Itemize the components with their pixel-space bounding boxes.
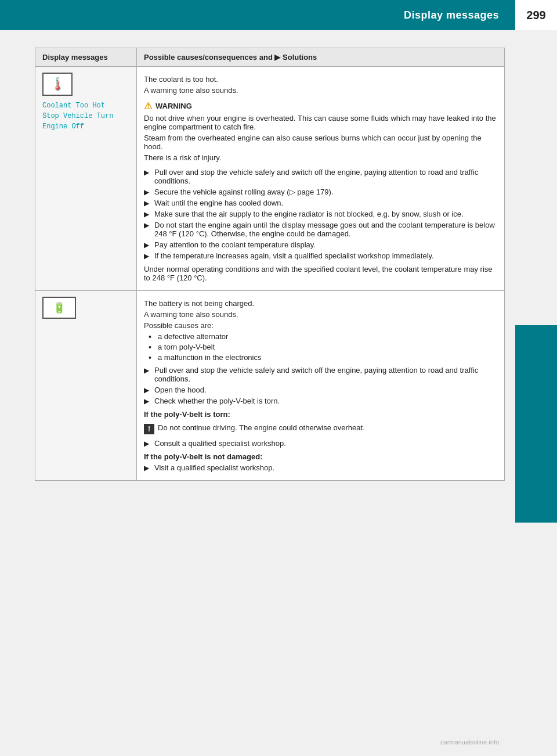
messages-table: Display messages Possible causes/consequ… bbox=[35, 48, 505, 481]
coolant-icon-box: 🌡️ bbox=[42, 73, 73, 96]
arrow-icon: ▶ bbox=[144, 397, 152, 405]
arrow-item: ▶ Open the hood. bbox=[144, 386, 497, 394]
warning-label: WARNING bbox=[155, 102, 192, 110]
arrow-text: Make sure that the air supply to the eng… bbox=[154, 210, 497, 218]
arrow-item: ▶ Check whether the poly-V-belt is torn. bbox=[144, 397, 497, 405]
battery-intro-1: The battery is not being charged. bbox=[144, 299, 497, 308]
bullet-dot: • bbox=[149, 343, 154, 352]
arrow-item: ▶ Do not start the engine again until th… bbox=[144, 221, 497, 238]
arrow-item: ▶ If the temperature increases again, vi… bbox=[144, 251, 497, 260]
page-number: 299 bbox=[526, 9, 545, 22]
header-title: Display messages bbox=[404, 9, 499, 21]
bullet-item: • a malfunction in the electronics bbox=[149, 353, 497, 362]
sidebar-accent-bar bbox=[515, 325, 557, 523]
display-cell-coolant: 🌡️ Coolant Too HotStop Vehicle TurnEngin… bbox=[35, 67, 137, 291]
warning-text-3: There is a risk of injury. bbox=[144, 153, 497, 162]
watermark: carmanualsoline.info bbox=[440, 739, 499, 746]
col-header-display: Display messages bbox=[35, 48, 137, 67]
bullet-text: a malfunction in the electronics bbox=[158, 353, 261, 362]
arrow-icon: ▶ bbox=[144, 366, 152, 383]
arrow-text: Visit a qualified specialist workshop. bbox=[154, 463, 497, 472]
arrow-text: Pay attention to the coolant temperature… bbox=[154, 240, 497, 249]
arrow-icon: ▶ bbox=[144, 168, 152, 185]
notice-block: ! Do not continue driving. The engine co… bbox=[144, 423, 497, 434]
arrow-item: ▶ Secure the vehicle against rolling awa… bbox=[144, 188, 497, 196]
arrow-text: Open the hood. bbox=[154, 386, 497, 394]
arrow-icon: ▶ bbox=[144, 188, 152, 196]
arrow-icon: ▶ bbox=[144, 221, 152, 238]
arrow-icon: ▶ bbox=[144, 440, 152, 448]
warning-text-2: Steam from the overheated engine can als… bbox=[144, 134, 497, 151]
arrow-text: If the temperature increases again, visi… bbox=[154, 251, 497, 260]
arrow-item: ▶ Pull over and stop the vehicle safely … bbox=[144, 168, 497, 185]
arrow-icon: ▶ bbox=[144, 199, 152, 207]
bold-label-not-damaged: If the poly-V-belt is not damaged: bbox=[144, 452, 497, 461]
notice-icon: ! bbox=[144, 424, 154, 434]
bullet-text: a defective alternator bbox=[158, 332, 228, 341]
arrow-item: ▶ Pay attention to the coolant temperatu… bbox=[144, 240, 497, 249]
arrow-text: Check whether the poly-V-belt is torn. bbox=[154, 397, 497, 405]
arrow-text: Pull over and stop the vehicle safely an… bbox=[154, 168, 497, 185]
causes-cell-battery: The battery is not being charged. A warn… bbox=[137, 291, 505, 481]
arrow-item: ▶ Visit a qualified specialist workshop. bbox=[144, 463, 497, 472]
table-row: 🔋 The battery is not being charged. A wa… bbox=[35, 291, 505, 481]
warning-triangle-icon: ⚠ bbox=[144, 100, 152, 111]
bullet-item: • a torn poly-V-belt bbox=[149, 343, 497, 352]
coolant-display-label: Coolant Too HotStop Vehicle TurnEngine O… bbox=[42, 100, 129, 132]
battery-intro-3: Possible causes are: bbox=[144, 321, 497, 330]
arrow-text: Do not start the engine again until the … bbox=[154, 221, 497, 238]
arrow-icon: ▶ bbox=[144, 386, 152, 394]
coolant-intro-2: A warning tone also sounds. bbox=[144, 86, 497, 95]
arrow-text: Consult a qualified specialist workshop. bbox=[154, 439, 497, 448]
coolant-intro-1: The coolant is too hot. bbox=[144, 75, 497, 84]
arrow-item: ▶ Consult a qualified specialist worksho… bbox=[144, 439, 497, 448]
arrow-item: ▶ Pull over and stop the vehicle safely … bbox=[144, 366, 497, 383]
bullet-item: • a defective alternator bbox=[149, 332, 497, 341]
arrow-text: Secure the vehicle against rolling away … bbox=[154, 188, 497, 196]
arrow-text: Wait until the engine has cooled down. bbox=[154, 199, 497, 207]
bullet-dot: • bbox=[149, 332, 154, 341]
display-cell-battery: 🔋 bbox=[35, 291, 137, 481]
page-number-box: 299 bbox=[515, 0, 557, 30]
main-content: Display messages Possible causes/consequ… bbox=[35, 48, 505, 481]
notice-text: Do not continue driving. The engine coul… bbox=[158, 423, 365, 432]
arrow-item: ▶ Make sure that the air supply to the e… bbox=[144, 210, 497, 218]
arrow-icon: ▶ bbox=[144, 241, 152, 249]
bullet-dot: • bbox=[149, 353, 154, 362]
arrow-item: ▶ Wait until the engine has cooled down. bbox=[144, 199, 497, 207]
arrow-icon: ▶ bbox=[144, 210, 152, 218]
coolant-footer: Under normal operating conditions and wi… bbox=[144, 265, 497, 282]
warning-text-1: Do not drive when your engine is overhea… bbox=[144, 114, 497, 131]
arrow-text: Pull over and stop the vehicle safely an… bbox=[154, 366, 497, 383]
bullet-text: a torn poly-V-belt bbox=[158, 343, 215, 352]
coolant-icon: 🌡️ bbox=[50, 77, 66, 92]
battery-icon-box: 🔋 bbox=[42, 297, 76, 319]
col-header-causes: Possible causes/consequences and ▶ Solut… bbox=[137, 48, 505, 67]
top-bar: Display messages bbox=[0, 0, 557, 30]
table-row: 🌡️ Coolant Too HotStop Vehicle TurnEngin… bbox=[35, 67, 505, 291]
battery-icon: 🔋 bbox=[53, 301, 66, 314]
bold-label-torn: If the poly-V-belt is torn: bbox=[144, 410, 497, 419]
battery-intro-2: A warning tone also sounds. bbox=[144, 310, 497, 319]
arrow-icon: ▶ bbox=[144, 464, 152, 472]
causes-cell-coolant: The coolant is too hot. A warning tone a… bbox=[137, 67, 505, 291]
arrow-icon: ▶ bbox=[144, 252, 152, 260]
warning-title: ⚠ WARNING bbox=[144, 100, 497, 111]
warning-block: ⚠ WARNING Do not drive when your engine … bbox=[144, 100, 497, 162]
